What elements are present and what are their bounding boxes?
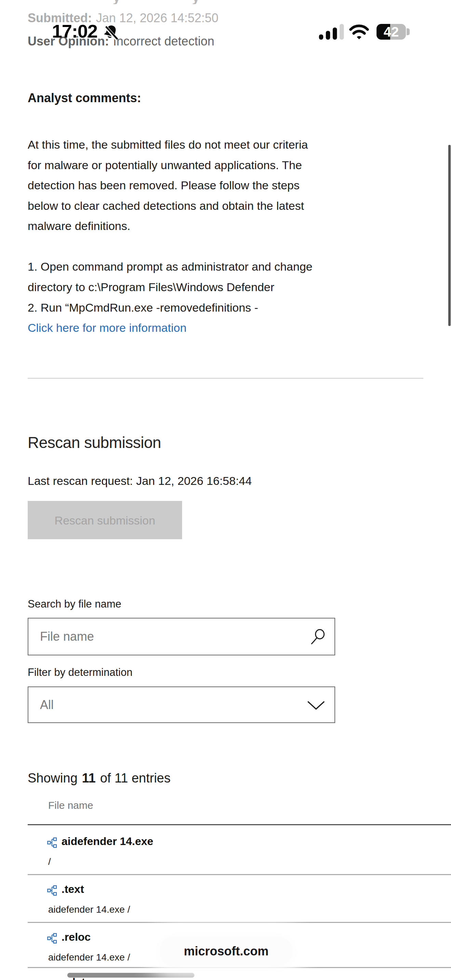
clipped-previous-line: y y: [0, 0, 451, 4]
table-row-file-name[interactable]: .text: [62, 883, 84, 896]
search-by-file-name-label: Search by file name: [28, 598, 121, 610]
paragraph-line: for malware or potentially unwanted appl…: [28, 155, 308, 176]
showing-suffix: of 11 entries: [100, 771, 170, 785]
submission-detail-page: y y Submitted:Jan 12, 2026 14:52:50 User…: [0, 0, 451, 980]
last-rescan-request: Last rescan request: Jan 12, 2026 16:58:…: [28, 474, 252, 488]
table-row-file-path: /: [48, 856, 51, 867]
showing-entries-summary: Showing11of 11 entries: [28, 771, 175, 786]
determination-selected-value: All: [40, 687, 54, 722]
submitted-value: Jan 12, 2026 14:52:50: [96, 11, 218, 25]
determination-select[interactable]: All: [28, 686, 335, 723]
file-name-search-field[interactable]: [28, 618, 335, 655]
analyst-comments-paragraph: At this time, the submitted files do not…: [28, 135, 308, 237]
browser-url-pill[interactable]: microsoft.com: [160, 936, 293, 966]
search-input[interactable]: [29, 619, 335, 655]
wifi-icon: [348, 24, 370, 40]
user-opinion-value: Incorrect detection: [113, 34, 214, 48]
chevron-down-icon: [307, 701, 325, 710]
analyst-comments-heading: Analyst comments:: [28, 91, 141, 105]
table-row-file-path: aidefender 14.exe /: [48, 904, 130, 915]
showing-count: 11: [82, 771, 96, 785]
table-row-file-path: aidefender 14.exe /: [48, 952, 130, 963]
more-information-link[interactable]: Click here for more information: [28, 321, 187, 334]
battery-nub: [407, 29, 410, 35]
search-icon[interactable]: [308, 628, 327, 647]
bell-slash-icon: [102, 23, 119, 42]
paragraph-line: below to clear cached detections and obt…: [28, 196, 308, 216]
battery-percent: 42: [384, 24, 399, 39]
clipped-glyph: y: [113, 0, 120, 4]
cellular-signal-icon: [319, 24, 344, 40]
table-row-file-name[interactable]: aidefender 14.exe: [62, 835, 153, 848]
table-header-file-name: File name: [48, 800, 93, 811]
row-divider: [28, 967, 451, 968]
vertical-scrollbar[interactable]: [448, 145, 451, 326]
battery-icon: 42: [376, 24, 406, 40]
paragraph-line: detection has been removed. Please follo…: [28, 175, 308, 196]
file-tree-icon: [47, 885, 57, 896]
table-header-border: [28, 824, 451, 825]
clipped-glyph: y: [192, 0, 200, 4]
instruction-line: 1. Open command prompt as administrator …: [28, 256, 312, 277]
rescan-submission-button[interactable]: Rescan submission: [28, 501, 182, 539]
horizontal-scrollbar[interactable]: [67, 973, 194, 978]
file-tree-icon: [47, 933, 57, 944]
instruction-line: directory to c:\Program Files\Windows De…: [28, 277, 312, 297]
paragraph-line: At this time, the submitted files do not…: [28, 135, 308, 155]
status-bar-time: 17:02: [52, 21, 97, 42]
showing-prefix: Showing: [28, 771, 78, 785]
paragraph-line: malware definitions.: [28, 216, 308, 237]
table-row-file-name[interactable]: .reloc: [62, 931, 91, 943]
row-divider: [28, 874, 451, 875]
filter-by-determination-label: Filter by determination: [28, 666, 133, 679]
analyst-instructions: 1. Open command prompt as administrator …: [28, 256, 312, 318]
file-tree-icon: [47, 837, 57, 848]
row-divider: [28, 922, 451, 923]
instruction-line: 2. Run “MpCmdRun.exe -removedefinitions …: [28, 297, 312, 318]
rescan-section-heading: Rescan submission: [28, 433, 161, 452]
section-divider: [28, 378, 423, 379]
